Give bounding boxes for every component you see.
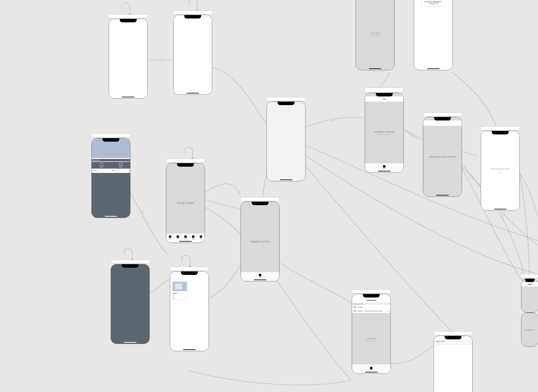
svg-point-3 xyxy=(331,119,333,122)
notch-icon xyxy=(278,102,295,105)
controller-title: Navigation Controller xyxy=(250,240,270,243)
folder-icon xyxy=(177,235,179,238)
controller-title: Navigation C xyxy=(524,329,535,331)
scene-companies-table[interactable]: Companies Prototype Cells ACCEL Finance … xyxy=(352,290,391,374)
scene-table-top-1[interactable]: Morgan & Co. Title Added: — Expires: — T… xyxy=(356,0,395,70)
file-icon xyxy=(383,165,385,168)
venue-icon xyxy=(100,163,103,166)
card-thumb xyxy=(173,282,187,291)
notch-icon xyxy=(525,279,535,282)
home-indicator-icon xyxy=(124,342,136,343)
back-button[interactable]: ‹ My Profile xyxy=(435,340,444,342)
scene-blank-1[interactable] xyxy=(109,14,148,99)
back-chevron-icon[interactable]: ‹ xyxy=(424,121,425,124)
section-header: Prototype Cells xyxy=(352,303,391,305)
scene-right-nav[interactable]: Navigation C xyxy=(521,313,538,347)
home-indicator-icon xyxy=(122,97,134,97)
svg-point-2 xyxy=(311,280,314,283)
tab-profile[interactable]: Profile xyxy=(199,235,202,239)
scene-titlebar-selected[interactable] xyxy=(365,88,404,92)
tab-item[interactable] xyxy=(370,367,372,370)
tab-apps[interactable]: Apps xyxy=(192,235,194,239)
scene-titlebar[interactable] xyxy=(481,126,520,130)
spinner-icon xyxy=(499,171,502,174)
notch-icon xyxy=(376,93,393,96)
tab-home[interactable]: Home xyxy=(169,235,172,239)
scene-titlebar[interactable] xyxy=(352,290,391,293)
card-title: Morgan & Co. Price Sheet (1 August 20 Fi… xyxy=(423,1,444,4)
home-indicator-icon xyxy=(369,68,381,69)
storyboard-canvas[interactable]: Morgan & Co. Title Added: — Expires: — T… xyxy=(0,0,538,392)
scene-quick-filter[interactable]: Quick Filter Venue Date Venue Date xyxy=(91,134,130,218)
scene-card[interactable]: ← Label Label Edit → xyxy=(170,267,209,351)
notch-icon xyxy=(252,202,269,205)
table-row[interactable]: Finance — all docs like up to and since … xyxy=(352,309,391,313)
nav-bar: Title xyxy=(365,96,404,102)
scene-titlebar[interactable] xyxy=(111,260,150,264)
scene-titlebar[interactable] xyxy=(173,11,212,14)
scene-tab-bar-controller[interactable]: Tab Bar Controller Home Folder Files App… xyxy=(166,159,205,243)
card-sublabel: Label xyxy=(172,294,188,296)
scene-files-master[interactable]: ‹ Files Master View Controller xyxy=(423,113,462,197)
row-detail: Now xyxy=(387,310,389,312)
nav-title: Title xyxy=(383,98,386,100)
scene-light-blank[interactable] xyxy=(267,97,306,181)
calendar-icon xyxy=(119,163,122,166)
tab-home[interactable]: Home xyxy=(259,274,262,278)
home-indicator-icon xyxy=(436,195,449,196)
scene-titlebar[interactable] xyxy=(423,113,462,116)
table-row[interactable]: ACCEL xyxy=(352,305,391,309)
home-indicator-icon xyxy=(378,171,391,171)
scene-titlebar[interactable] xyxy=(521,274,538,278)
card-open[interactable]: → xyxy=(186,297,187,299)
card-sub: Updated — xyxy=(423,4,444,5)
scene-nav-controller-home[interactable]: Navigation Controller Home xyxy=(241,197,280,281)
card-edit[interactable]: Edit xyxy=(173,297,175,299)
notch-icon xyxy=(434,117,451,120)
scene-titlebar[interactable] xyxy=(241,197,280,201)
svg-point-0 xyxy=(160,59,163,62)
row-title: Finance — all docs like up to and since xyxy=(358,310,387,312)
row-title: ACCEL xyxy=(358,306,389,308)
controller-title: Files Master View Controller xyxy=(423,156,462,158)
card-label: Label xyxy=(172,292,188,294)
home-icon xyxy=(259,274,261,276)
scene-titlebar[interactable] xyxy=(170,267,209,271)
item-card[interactable]: Label Label Edit → xyxy=(172,281,188,300)
scene-nav-controller-files[interactable]: Title Navigation Controller Prototype Co… xyxy=(365,88,404,173)
tab-files[interactable]: Files xyxy=(383,165,385,169)
tab-folder[interactable]: Folder xyxy=(177,235,179,239)
placeholder-sub: Prototype Content xyxy=(365,340,377,341)
scene-right-title[interactable]: Title xyxy=(521,274,538,313)
file-icon xyxy=(184,235,187,238)
placeholder-sub: Prototype Content xyxy=(369,35,381,36)
scene-dark[interactable] xyxy=(111,260,150,344)
scene-titlebar[interactable] xyxy=(109,14,148,18)
notch-icon xyxy=(181,272,198,275)
nav-bar: ‹ xyxy=(423,120,462,126)
scene-titlebar[interactable] xyxy=(434,331,473,335)
tab-files[interactable]: Files xyxy=(184,235,187,239)
segment-venue[interactable]: Venue xyxy=(99,163,103,168)
home-indicator-icon xyxy=(254,279,266,280)
scene-titlebar[interactable] xyxy=(267,97,306,101)
scene-collection-top-2[interactable]: Morgan & Co. Price Sheet (1 August 20 Fi… xyxy=(414,0,453,70)
notch-icon xyxy=(363,294,380,297)
back-button[interactable]: ← xyxy=(171,276,173,278)
segment-date[interactable]: Date xyxy=(119,163,122,168)
home-indicator-icon xyxy=(427,68,440,69)
nav-title: Companies xyxy=(366,299,376,301)
scene-titlebar[interactable] xyxy=(166,159,205,163)
scene-titlebar[interactable] xyxy=(91,134,130,138)
scene-blank-2[interactable] xyxy=(173,11,212,95)
content-area xyxy=(92,173,130,218)
section-header: Quick Filter xyxy=(92,159,130,161)
notch-icon xyxy=(120,19,137,22)
controller-sub: Prototype Content xyxy=(378,133,390,135)
scene-profile-detail[interactable]: ‹ My Profile xyxy=(434,331,473,392)
tab-icon xyxy=(370,367,372,369)
nav-bar: Companies xyxy=(352,297,391,303)
scene-fetching[interactable]: Fetching Archived Files xyxy=(481,126,520,211)
home-indicator-icon xyxy=(365,372,378,373)
svg-point-4 xyxy=(410,133,413,136)
